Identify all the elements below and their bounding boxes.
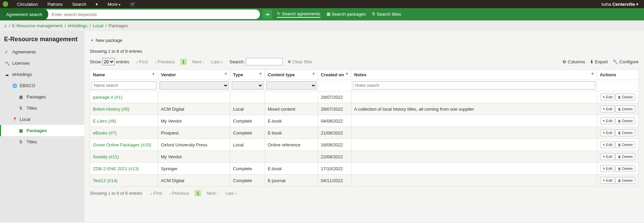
edit-button[interactable]: ✎Edit [600,141,615,148]
filter-name-input[interactable] [92,81,156,90]
koha-logo-icon[interactable] [3,1,8,7]
package-link[interactable]: eBooks (#7) [93,130,117,136]
delete-button[interactable]: 🗑Delete [615,117,635,124]
delete-button[interactable]: 🗑Delete [615,165,635,172]
nav-search[interactable]: Search [67,2,91,7]
configure-button[interactable]: 🔧Configure [613,59,639,64]
cart-icon[interactable]: 🛒 [125,2,140,7]
new-package-button[interactable]: ＋New package [90,35,122,47]
edit-button[interactable]: ✎Edit [600,117,615,124]
sidebar-ebsco-titles[interactable]: ⇅Titles [0,102,84,114]
cell-notes [351,151,597,163]
packages-table: Name▲ Vendor◆ Type◆ Content type◆ Create… [90,69,639,187]
sidebar-ebsco[interactable]: 🌐EBSCO [0,80,84,91]
pager-first-b[interactable]: « First [148,190,164,196]
th-notes[interactable]: Notes◆ [351,70,597,80]
cell-notes [351,175,597,187]
th-name[interactable]: Name▲ [90,70,158,80]
delete-button[interactable]: 🗑Delete [615,141,635,148]
edit-button[interactable]: ✎Edit [600,153,615,160]
pager-next[interactable]: Next › [190,59,206,65]
th-content-type[interactable]: Content type◆ [265,70,318,80]
trash-icon: 🗑 [618,119,621,123]
cell-created: 21/08/2022 [318,127,351,139]
cell-content: Mixed content [265,103,318,115]
cell-vendor: My Vendor [158,115,230,127]
pager-last-b[interactable]: Last » [224,190,239,196]
cell-content: E-journal [265,175,318,187]
pager-next-b[interactable]: Next › [204,190,220,196]
tab-search-titles[interactable]: ⇅Search titles [372,12,401,17]
pager-previous[interactable]: ‹ Previous [153,59,177,65]
user-menu[interactable]: koha Centerville ▾ [599,2,641,7]
sidebar-licenses[interactable]: 🔨Licenses [0,58,84,69]
edit-button[interactable]: ✎Edit [600,177,615,184]
delete-button[interactable]: 🗑Delete [615,177,635,184]
delete-button[interactable]: 🗑Delete [615,94,635,100]
package-link[interactable]: British History (#5) [93,107,129,112]
pager-previous-b[interactable]: ‹ Previous [167,190,191,196]
cell-created: 04/11/2022 [318,175,351,187]
content: ＋New package Showing 1 to 8 of 8 entries… [84,31,644,222]
cell-content [265,91,318,103]
package-link[interactable]: Society (#11) [93,154,119,159]
cell-notes [351,139,597,151]
nav-circulation[interactable]: Circulation [12,2,43,7]
filter-vendor-select[interactable] [160,81,229,90]
tab-search-packages[interactable]: ▦Search packages [327,12,366,17]
package-link[interactable]: Grove Online Packages (#10) [93,142,151,147]
pager-first[interactable]: « First [134,59,150,65]
pager-page-1[interactable]: 1 [180,59,187,65]
breadcrumb-erm[interactable]: E-Resource management [12,23,62,28]
columns-button[interactable]: ⚙Columns [562,59,585,64]
sidebar-local[interactable]: 📍Local [0,114,84,125]
filter-notes-input[interactable] [353,81,595,90]
grid-icon: ▦ [327,12,330,16]
edit-button[interactable]: ✎Edit [600,94,615,100]
pin-icon: 📍 [12,117,17,122]
sidebar-ebsco-packages[interactable]: ▦Packages [0,91,84,102]
clear-filter-button[interactable]: ✖Clear filter [287,59,312,64]
delete-button[interactable]: 🗑Delete [615,129,635,136]
sidebar-local-packages[interactable]: ▦Packages [0,125,84,136]
nav-patrons[interactable]: Patrons [43,2,67,7]
delete-button[interactable]: 🗑Delete [615,153,635,160]
sidebar-title: E-Resource management [0,31,84,46]
edit-button[interactable]: ✎Edit [600,129,615,136]
tab-search-agreements[interactable]: ↻Search agreements [277,11,320,18]
package-link[interactable]: Test12 (#14) [93,178,117,183]
edit-button[interactable]: ✎Edit [600,165,615,172]
sidebar-agreements[interactable]: ✓Agreements [0,46,84,58]
pager-page-1-b[interactable]: 1 [195,190,201,196]
filter-type-select[interactable] [232,81,263,90]
delete-button[interactable]: 🗑Delete [615,106,635,112]
table-row: E-Libro (#6)My VendorCompleteE-book04/08… [90,115,639,127]
th-vendor[interactable]: Vendor◆ [158,70,230,80]
search-submit-button[interactable]: ➔ [263,10,272,19]
nav-more[interactable]: More [103,2,125,7]
sidebar-local-titles[interactable]: ⇅Titles [0,136,84,147]
pencil-icon: ✎ [602,95,605,99]
th-type[interactable]: Type◆ [230,70,265,80]
cell-created: 28/07/2022 [318,91,351,103]
entries-select[interactable]: 20 [102,58,115,65]
table-search-input[interactable] [246,58,283,65]
export-button[interactable]: ⬇Export [590,59,608,64]
pager-last[interactable]: Last » [209,59,225,65]
cell-type: Local [230,103,265,115]
filter-content-select[interactable] [266,81,316,90]
package-link[interactable]: E-Libro (#6) [93,118,116,124]
nav-caret-dropdown[interactable]: ▾ [91,2,103,7]
plus-icon: ＋ [90,37,94,43]
agreement-search-input[interactable] [42,10,260,19]
breadcrumb-eholdings[interactable]: eHoldings [68,23,87,28]
home-icon[interactable]: ⌂ [4,23,7,28]
edit-button[interactable]: ✎Edit [600,106,615,112]
th-created-on[interactable]: Created on◆ [318,70,351,80]
breadcrumb-local[interactable]: Local [93,23,103,28]
grid-icon: ▦ [19,95,24,99]
sidebar-eholdings[interactable]: ☁eHoldings [0,69,84,80]
cell-notes [351,163,597,175]
package-link[interactable]: ZDB-2-ENE 2021 (#13) [93,166,139,171]
package-link[interactable]: package A (#1) [93,95,122,100]
